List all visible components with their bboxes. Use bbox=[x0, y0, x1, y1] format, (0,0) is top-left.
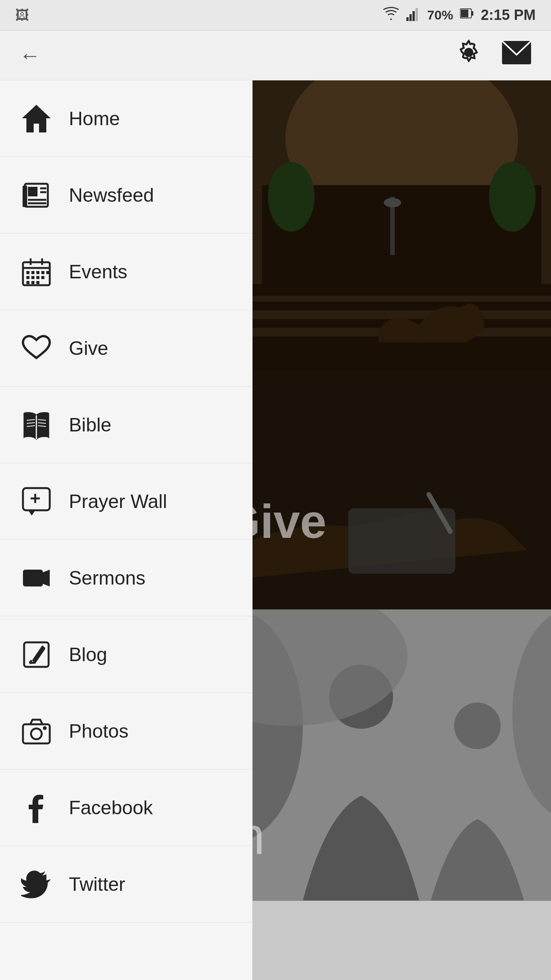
give-label: Give bbox=[69, 337, 108, 359]
sidebar-item-blog[interactable]: Blog bbox=[0, 616, 252, 693]
right-panel: Give bbox=[253, 80, 551, 980]
twitter-label: Twitter bbox=[69, 873, 125, 895]
bible-label: Bible bbox=[69, 414, 111, 436]
home-label: Home bbox=[69, 108, 120, 130]
status-bar: 🖼 70% bbox=[0, 0, 551, 31]
image-icon: 🖼 bbox=[15, 7, 29, 23]
sidebar-item-twitter[interactable]: Twitter bbox=[0, 846, 252, 923]
sidebar-item-home[interactable]: Home bbox=[0, 80, 252, 157]
svg-point-75 bbox=[454, 703, 501, 750]
prayer-wall-label: Prayer Wall bbox=[69, 490, 167, 513]
svg-rect-78 bbox=[253, 901, 551, 980]
svg-line-50 bbox=[29, 663, 36, 663]
svg-rect-30 bbox=[36, 276, 39, 279]
blog-label: Blog bbox=[69, 644, 107, 666]
prayer-wall-icon bbox=[19, 484, 54, 519]
battery-text: 70% bbox=[427, 8, 453, 23]
heart-icon bbox=[19, 331, 54, 366]
church-image-panel bbox=[253, 80, 551, 371]
newsfeed-label: Newsfeed bbox=[69, 184, 154, 206]
svg-rect-33 bbox=[31, 281, 34, 284]
sidebar-item-prayer-wall[interactable]: Prayer Wall bbox=[0, 463, 252, 540]
settings-button[interactable] bbox=[455, 39, 482, 72]
svg-point-7 bbox=[464, 48, 473, 57]
svg-rect-32 bbox=[26, 281, 29, 284]
svg-rect-45 bbox=[23, 570, 43, 586]
bible-icon bbox=[19, 408, 54, 442]
svg-rect-2 bbox=[412, 11, 415, 21]
svg-point-64 bbox=[489, 162, 536, 232]
svg-text:Give: Give bbox=[253, 495, 326, 548]
svg-rect-24 bbox=[31, 271, 34, 274]
svg-rect-34 bbox=[36, 281, 39, 284]
newspaper-icon bbox=[19, 178, 54, 212]
svg-point-52 bbox=[31, 728, 42, 739]
svg-point-63 bbox=[268, 162, 315, 232]
give-image-panel: Give bbox=[253, 371, 551, 609]
top-navigation: ← bbox=[0, 31, 551, 80]
svg-rect-66 bbox=[348, 508, 455, 574]
sidebar-item-give[interactable]: Give bbox=[0, 310, 252, 387]
svg-rect-57 bbox=[253, 302, 551, 310]
nav-icons-right bbox=[455, 39, 532, 72]
svg-rect-29 bbox=[31, 276, 34, 279]
svg-rect-56 bbox=[253, 284, 551, 296]
svg-rect-0 bbox=[406, 17, 409, 21]
main-layout: Home Newsfeed bbox=[0, 80, 551, 980]
sidebar-item-facebook[interactable]: Facebook bbox=[0, 769, 252, 846]
facebook-label: Facebook bbox=[69, 797, 153, 819]
svg-rect-31 bbox=[41, 276, 44, 279]
svg-rect-3 bbox=[416, 8, 418, 21]
svg-rect-18 bbox=[23, 186, 27, 207]
camera-icon bbox=[19, 714, 54, 748]
svg-rect-1 bbox=[409, 14, 412, 21]
sidebar-menu: Home Newsfeed bbox=[0, 80, 253, 980]
svg-marker-11 bbox=[23, 105, 50, 132]
sidebar-item-photos[interactable]: Photos bbox=[0, 693, 252, 769]
svg-marker-46 bbox=[43, 570, 50, 586]
status-bar-left: 🖼 bbox=[15, 7, 29, 23]
svg-point-53 bbox=[43, 726, 47, 730]
sidebar-item-sermons[interactable]: Sermons bbox=[0, 540, 252, 616]
sidebar-item-bible[interactable]: Bible bbox=[0, 387, 252, 463]
gray-panel bbox=[253, 901, 551, 980]
sermons-label: Sermons bbox=[69, 567, 145, 589]
svg-text:m: m bbox=[253, 807, 265, 865]
give-scene-bg: Give bbox=[253, 371, 551, 609]
edit-icon bbox=[19, 637, 54, 672]
time-display: 2:15 PM bbox=[481, 7, 536, 23]
mail-button[interactable] bbox=[501, 40, 532, 71]
wifi-icon bbox=[383, 6, 399, 24]
calendar-icon bbox=[19, 255, 54, 289]
svg-rect-6 bbox=[461, 10, 468, 17]
sidebar-item-newsfeed[interactable]: Newsfeed bbox=[0, 157, 252, 234]
facebook-icon bbox=[19, 791, 54, 825]
svg-rect-5 bbox=[471, 11, 473, 16]
svg-rect-25 bbox=[36, 271, 39, 274]
svg-rect-26 bbox=[41, 271, 44, 274]
photos-label: Photos bbox=[69, 720, 129, 742]
svg-rect-23 bbox=[26, 271, 29, 274]
svg-rect-13 bbox=[28, 187, 37, 196]
church-interior-bg bbox=[253, 80, 551, 371]
home-icon bbox=[19, 101, 54, 136]
family-image-panel: m bbox=[253, 609, 551, 900]
status-bar-right: 70% 2:15 PM bbox=[383, 6, 536, 24]
back-button[interactable]: ← bbox=[19, 43, 41, 68]
family-scene-bg: m bbox=[253, 609, 551, 900]
battery-icon bbox=[460, 7, 474, 24]
twitter-icon bbox=[19, 867, 54, 902]
svg-rect-27 bbox=[46, 271, 49, 274]
svg-point-62 bbox=[384, 198, 401, 207]
events-label: Events bbox=[69, 261, 127, 283]
signal-icon bbox=[406, 6, 420, 24]
sidebar-item-events[interactable]: Events bbox=[0, 234, 252, 310]
video-icon bbox=[19, 561, 54, 595]
svg-rect-28 bbox=[26, 276, 29, 279]
svg-rect-65 bbox=[253, 371, 551, 609]
